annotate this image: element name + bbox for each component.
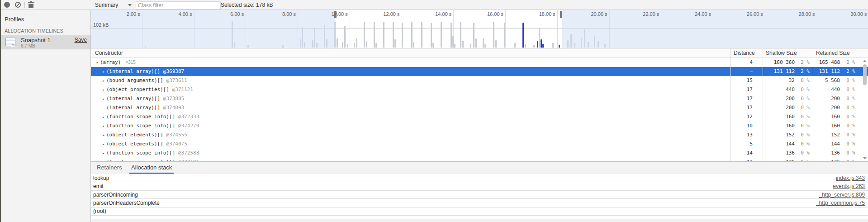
clear-icon[interactable]: [15, 2, 21, 8]
expander-icon[interactable]: ▸: [101, 85, 106, 94]
column-header-retained-size[interactable]: Retained Size: [813, 48, 868, 58]
allocation-bar: [366, 41, 367, 48]
constructor-grid: ▾(array)×3154160 3602 %165 4882 %▸(inter…: [91, 58, 868, 161]
allocation-bar: [344, 26, 346, 48]
perspective-select[interactable]: Summary: [95, 0, 132, 10]
allocation-bar: [451, 23, 452, 48]
class-filter-input[interactable]: [136, 1, 221, 10]
trash-icon[interactable]: [28, 4, 33, 8]
retained-size-cell: 2000 %: [813, 94, 868, 103]
bottom-tabbar: Retainers Allocation stack: [91, 161, 868, 174]
table-row[interactable]: ▸(bound arguments)[] @37361115320 %5 568…: [91, 76, 868, 85]
shallow-size-cell: 2000 %: [763, 103, 813, 112]
allocation-bar: [356, 39, 357, 48]
allocation-bar: [393, 22, 394, 48]
constructor-name: (internal array)[]: [106, 68, 163, 74]
distance-cell: 17: [731, 103, 763, 112]
source-link[interactable]: _http_common.js:75: [816, 200, 868, 206]
shallow-size-cell: 160 3602 %: [763, 58, 813, 67]
table-row[interactable]: ▸(function scope info)[] @372333121600 %…: [91, 112, 868, 121]
selection-handle-left[interactable]: [334, 11, 337, 18]
expander-icon[interactable]: ▸: [101, 121, 106, 130]
bottom-strip: [91, 219, 868, 222]
stack-frame-function: parserOnHeadersComplete: [91, 200, 160, 206]
object-id: @371121: [172, 87, 193, 92]
column-header-distance[interactable]: Distance: [731, 48, 763, 58]
stack-frame-row[interactable]: lookupindex.js:343: [91, 174, 868, 182]
selection-handle-right[interactable]: [560, 11, 562, 18]
table-row[interactable]: (internal array)[] @374093172000 %2000 %: [91, 103, 868, 112]
stack-frame-row[interactable]: emitevents.js:263: [91, 182, 868, 190]
save-link[interactable]: Save: [75, 37, 87, 43]
expander-icon[interactable]: ▸: [101, 67, 106, 76]
scroll-down-icon[interactable]: [863, 157, 867, 159]
retained-size-cell: 1520 %: [813, 130, 868, 140]
tab-allocation-stack[interactable]: Allocation stack: [129, 162, 174, 174]
allocation-bar: [475, 39, 477, 48]
expander-icon[interactable]: ▾: [95, 58, 100, 67]
constructor-name: (internal array)[]: [106, 96, 163, 101]
allocation-bar: [374, 22, 375, 48]
expander-icon[interactable]: ▸: [101, 76, 106, 85]
stack-frame-row[interactable]: parserOnHeadersComplete_http_common.js:7…: [91, 199, 868, 207]
vertical-scrollbar[interactable]: [862, 59, 868, 160]
stack-frame-function: parserOnIncoming: [91, 192, 138, 198]
object-id: @374279: [178, 123, 199, 129]
table-row[interactable]: ▸(object elements)[] @374555131520 %1520…: [91, 130, 868, 140]
shallow-size-cell: 1520 %: [763, 130, 813, 140]
expander-icon[interactable]: ▸: [101, 130, 106, 140]
expander-icon[interactable]: ▸: [101, 140, 106, 149]
allocation-timeline-overview[interactable]: 2.00 s4.00 s6.00 s8.00 s10.00 s12.00 s14…: [91, 10, 868, 48]
tab-retainers[interactable]: Retainers: [95, 162, 124, 174]
allocation-bar: [431, 23, 432, 48]
distance-cell: 17: [731, 94, 763, 103]
timeline-tick-label: 6.00 s: [217, 11, 244, 17]
sidebar-item-snapshot[interactable]: % Snapshot 1 6.7 MB Save: [0, 35, 90, 49]
main-pane: 2.00 s4.00 s6.00 s8.00 s10.00 s12.00 s14…: [90, 10, 868, 222]
column-header-constructor[interactable]: Constructor: [91, 48, 731, 58]
expander-icon[interactable]: ▸: [101, 149, 106, 158]
table-row[interactable]: ▸(object elements)[] @37407551440 %1440 …: [91, 140, 868, 149]
live-allocation-bar: [542, 44, 544, 48]
retained-size-cell: 165 4882 %: [813, 58, 868, 67]
allocation-bar: [552, 43, 554, 48]
constructor-name: (object elements)[]: [106, 141, 166, 147]
stack-frame-row[interactable]: parserOnIncoming_http_server.js:809: [91, 191, 868, 199]
scroll-up-icon[interactable]: [863, 60, 867, 62]
allocation-bar: [525, 44, 526, 48]
retained-size-cell: 5 5680 %: [813, 76, 868, 85]
retained-size-cell: 1440 %: [813, 140, 868, 149]
allocation-bar: [454, 44, 455, 48]
toolbar-divider: [24, 2, 25, 8]
allocation-bar: [364, 22, 365, 48]
table-row[interactable]: ▾(array)×3154160 3602 %165 4882 %: [91, 58, 868, 67]
allocation-bar: [514, 43, 516, 48]
source-link[interactable]: index.js:343: [836, 175, 868, 181]
expander-icon[interactable]: ▸: [101, 158, 106, 161]
stack-frame-row[interactable]: (root): [91, 208, 868, 216]
source-link[interactable]: _http_server.js:809: [819, 192, 868, 198]
allocation-bar: [354, 43, 355, 48]
scrollbar-thumb[interactable]: [863, 64, 867, 85]
column-header-shallow-size[interactable]: Shallow Size: [763, 48, 813, 58]
table-row[interactable]: ▸(internal array)[] @373885172000 %2000 …: [91, 94, 868, 103]
allocation-bar: [484, 44, 486, 48]
table-row[interactable]: ▸(function scope info)[] @372583141360 %…: [91, 149, 868, 158]
table-row[interactable]: ▸(internal array)[] @369387–131 1122 %13…: [91, 67, 868, 76]
profiles-heading: Profiles: [5, 16, 24, 23]
record-icon[interactable]: [4, 2, 10, 8]
allocation-bar: [493, 22, 494, 48]
expander-icon[interactable]: ▸: [101, 94, 106, 103]
table-row[interactable]: ▸(object properties)[] @371121174400 %44…: [91, 85, 868, 94]
allocation-bar: [473, 23, 474, 48]
expander-icon[interactable]: ▸: [101, 112, 106, 121]
live-allocation-bar: [522, 23, 524, 48]
table-row[interactable]: ▸(function scope info)[] @374279101600 %…: [91, 121, 868, 130]
allocation-bar: [394, 39, 396, 48]
source-link[interactable]: events.js:263: [833, 183, 868, 189]
allocation-bar: [539, 29, 540, 48]
object-id: @373885: [163, 96, 184, 101]
object-id: @372333: [178, 114, 199, 120]
timeline-tick-label: 24.00 s: [684, 11, 711, 17]
table-row[interactable]: ▸(function scope info)[] @373101131360 %…: [91, 158, 868, 161]
